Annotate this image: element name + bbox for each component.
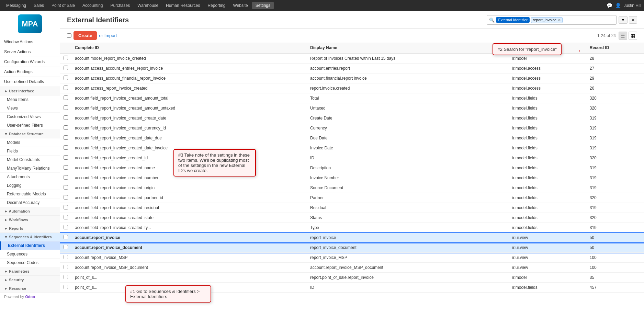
sidebar-item-user-defaults[interactable]: User-defined Defaults (0, 77, 60, 87)
nav-item-reporting[interactable]: Reporting (204, 2, 229, 9)
sidebar-sub-logging[interactable]: Logging (0, 181, 60, 190)
sidebar-sub-fields[interactable]: Fields (0, 147, 60, 156)
row-checkbox[interactable] (64, 195, 68, 200)
import-button[interactable]: or Import (99, 33, 117, 38)
table-row[interactable]: account.field_report_invoice_created_ty.… (60, 223, 644, 233)
nav-item-warehouse[interactable]: Warehouse (134, 2, 162, 9)
sidebar-item-config-wizards[interactable]: Configuration Wizards (0, 57, 60, 67)
col-record-id[interactable]: Record ID (586, 43, 644, 53)
sidebar-section-security[interactable]: ► Security (0, 276, 60, 284)
table-row[interactable]: account.access_account_financial_report_… (60, 73, 644, 83)
sidebar-section-parameters[interactable]: ► Parameters (0, 267, 60, 276)
row-checkbox[interactable] (64, 125, 68, 130)
row-checkbox[interactable] (64, 56, 68, 60)
sidebar-sub-sequence-codes[interactable]: Sequence Codes (0, 259, 60, 267)
sidebar-sub-menu-items[interactable]: Menu Items (0, 95, 60, 104)
row-checkbox[interactable] (64, 235, 68, 239)
table-row[interactable]: account.field_report_invoice_created_nam… (60, 163, 644, 173)
row-checkbox[interactable] (64, 105, 68, 110)
nav-item-settings[interactable]: Settings (252, 2, 274, 9)
row-checkbox[interactable] (64, 66, 68, 70)
row-checkbox[interactable] (64, 275, 68, 279)
user-avatar[interactable]: 👤 (615, 3, 621, 8)
table-row[interactable]: account.field_report_invoice_created_amo… (60, 103, 644, 113)
sidebar-section-sequences[interactable]: ▼ Sequences & Identifiers (0, 233, 60, 241)
search-dropdown-btn[interactable]: ▼ (619, 16, 628, 24)
row-checkbox[interactable] (64, 185, 68, 190)
row-checkbox[interactable] (64, 285, 68, 289)
table-row[interactable]: account.field_report_invoice_created_amo… (60, 93, 644, 103)
row-checkbox[interactable] (64, 86, 68, 90)
list-view-icon[interactable]: ☰ (619, 32, 627, 40)
sidebar-section-automation[interactable]: ► Automation (0, 207, 60, 216)
row-checkbox[interactable] (64, 95, 68, 100)
sidebar-section-db[interactable]: ▼ Database Structure (0, 130, 60, 138)
sidebar-item-server-actions[interactable]: Server Actions (0, 47, 60, 57)
table-row[interactable]: account.report_invoice_MSP_document acco… (60, 263, 644, 273)
table-row[interactable]: account.report_invoice_MSP report_invoic… (60, 253, 644, 263)
sidebar-sub-manytomany[interactable]: ManyToMany Relations (0, 164, 60, 173)
create-button[interactable]: Create (74, 31, 97, 40)
table-row[interactable]: account.field_report_invoice_created_num… (60, 173, 644, 183)
row-checkbox[interactable] (64, 135, 68, 140)
table-row[interactable]: account.field_report_invoice_created_par… (60, 193, 644, 203)
nav-item-pos[interactable]: Point of Sale (48, 2, 78, 9)
table-row[interactable]: account.report_invoice_document report_i… (60, 243, 644, 253)
sidebar-sub-referencable[interactable]: Referencable Models (0, 190, 60, 198)
table-row[interactable]: point_of_s... report.point_of_sale.repor… (60, 273, 644, 283)
sidebar-section-ui[interactable]: ► User Interface (0, 87, 60, 95)
table-row[interactable]: account.field_report_invoice_created_dat… (60, 143, 644, 153)
sidebar-sub-external-identifiers[interactable]: External Identifiers (0, 241, 60, 250)
row-checkbox[interactable] (64, 165, 68, 170)
grid-view-icon[interactable]: ▦ (629, 32, 637, 40)
table-row[interactable]: account.field_report_invoice_created_id … (60, 153, 644, 163)
nav-item-accounting[interactable]: Accounting (79, 2, 106, 9)
table-row[interactable]: account.field_report_invoice_created_cur… (60, 123, 644, 133)
sidebar-item-action-bindings[interactable]: Action Bindings (0, 67, 60, 77)
row-checkbox[interactable] (64, 255, 68, 259)
nav-item-purchases[interactable]: Purchases (107, 2, 133, 9)
col-complete-id[interactable]: Complete ID (71, 43, 307, 53)
select-all-checkbox[interactable] (67, 33, 71, 38)
table-row[interactable]: account.field_report_invoice_created_sta… (60, 213, 644, 223)
row-checkbox[interactable] (64, 145, 68, 150)
sidebar-section-reports[interactable]: ► Reports (0, 224, 60, 233)
table-row[interactable]: account.access_report_invoice_created re… (60, 83, 644, 93)
sidebar-section-resource[interactable]: ► Resource (0, 284, 60, 293)
search-clear-btn[interactable]: ✕ (629, 16, 637, 24)
row-checkbox[interactable] (64, 76, 68, 80)
table-row[interactable]: account.field_report_invoice_created_res… (60, 203, 644, 213)
sidebar-sub-attachments[interactable]: Attachments (0, 173, 60, 181)
search-input[interactable] (563, 18, 614, 22)
sidebar-section-workflows[interactable]: ► Workflows (0, 216, 60, 224)
sidebar-sub-models[interactable]: Models (0, 138, 60, 147)
sidebar-sub-user-filters[interactable]: User-defined Filters (0, 121, 60, 130)
col-display-name[interactable]: Display Name (307, 43, 509, 53)
logo[interactable]: MPA (0, 11, 60, 37)
nav-item-hr[interactable]: Human Resources (162, 2, 203, 9)
row-checkbox[interactable] (64, 245, 68, 249)
table-row[interactable]: account.field_report_invoice_created_dat… (60, 133, 644, 143)
row-checkbox[interactable] (64, 205, 68, 209)
nav-item-messaging[interactable]: Messaging (3, 2, 30, 9)
row-checkbox[interactable] (64, 155, 68, 160)
row-checkbox[interactable] (64, 115, 68, 120)
nav-item-website[interactable]: Website (230, 2, 251, 9)
sidebar-item-window-actions[interactable]: Window Actions (0, 37, 60, 47)
table-row[interactable]: account.field_report_invoice_created_ori… (60, 183, 644, 193)
sidebar-sub-model-constraints[interactable]: Model Constraints (0, 156, 60, 164)
sidebar-sub-sequences[interactable]: Sequences (0, 250, 60, 259)
table-row[interactable]: account.report_invoice report_invoice ir… (60, 233, 644, 243)
search-clear-icon[interactable]: ✕ (558, 18, 561, 22)
row-checkbox[interactable] (64, 225, 68, 229)
discuss-icon[interactable]: 💬 (607, 3, 612, 8)
table-row[interactable]: account.field_report_invoice_created_cre… (60, 113, 644, 123)
sidebar-sub-views[interactable]: Views (0, 104, 60, 113)
row-checkbox[interactable] (64, 265, 68, 269)
row-checkbox[interactable] (64, 175, 68, 180)
table-row[interactable]: account.access_account_entries_report_in… (60, 64, 644, 73)
row-checkbox[interactable] (64, 215, 68, 219)
sidebar-sub-customized-views[interactable]: Customized Views (0, 113, 60, 121)
nav-item-sales[interactable]: Sales (30, 2, 47, 9)
search-box[interactable]: 🔍 External Identifier report_invoice ✕ (487, 15, 617, 25)
